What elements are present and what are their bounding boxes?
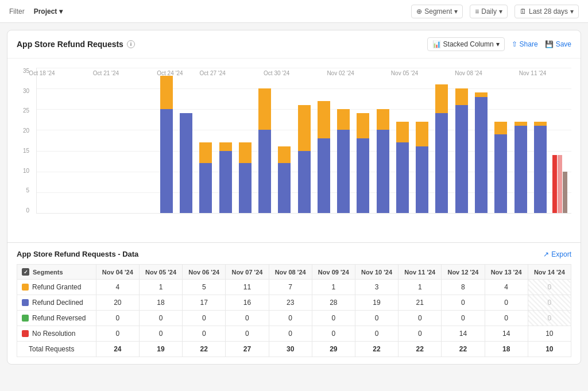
data-cell: 0 (355, 326, 398, 342)
export-button[interactable]: ↗ Export (543, 250, 571, 258)
segment-color-dot (22, 299, 29, 306)
daily-button[interactable]: ≡ Daily ▾ (470, 5, 508, 18)
data-cell: 11 (226, 280, 269, 295)
data-cell: 0 (528, 280, 571, 295)
data-cell: 29 (312, 342, 355, 357)
bar-segment-blue (475, 97, 488, 214)
bar-segment-blue (199, 163, 212, 213)
bar-segment-blue (377, 130, 389, 213)
x-axis-label: Oct 18 '24 (29, 70, 55, 76)
data-cell: 0 (183, 311, 226, 326)
table-row: Refund Declined2018171623281921000 (17, 295, 571, 311)
bar-segment-yellow (239, 142, 252, 163)
data-cell: 1 (399, 280, 442, 295)
data-table-container: SegmentsNov 04 '24Nov 05 '24Nov 06 '24No… (17, 264, 571, 357)
segment-button[interactable]: ⊕ Segment ▾ (411, 5, 463, 18)
bar-segment-yellow (219, 142, 232, 150)
share-label: Share (520, 40, 538, 48)
data-cell: 1 (312, 280, 355, 295)
calendar-icon: 🗓 (520, 7, 527, 16)
data-cell: 19 (355, 295, 398, 311)
daily-icon: ≡ (475, 7, 479, 16)
segments-checkbox[interactable] (22, 268, 29, 276)
column-header-date: Nov 09 '24 (312, 265, 355, 280)
x-axis-label: Nov 02 '24 (327, 70, 354, 76)
data-cell: 0 (485, 311, 528, 326)
chart-type-button[interactable]: 📊 Stacked Column ▾ (427, 37, 505, 51)
bar-segment-blue (416, 146, 428, 213)
bar-segment-yellow (357, 113, 369, 138)
top-bar-right: ⊕ Segment ▾ ≡ Daily ▾ 🗓 Last 28 days ▾ (411, 5, 579, 18)
bar-segment-yellow (514, 122, 527, 126)
share-icon: ⇧ (512, 40, 517, 48)
data-cell: 7 (269, 280, 312, 295)
y-label-25: 25 (23, 107, 29, 114)
bar-segment-yellow (278, 146, 291, 163)
x-axis-label: Oct 24 '24 (157, 70, 183, 76)
segments-header-label: Segments (33, 269, 63, 276)
data-cell: 4 (96, 280, 139, 295)
daily-label: Daily (481, 7, 497, 16)
data-cell: 0 (269, 326, 312, 342)
y-axis: 35 30 25 20 15 10 5 0 (7, 68, 33, 214)
data-cell: 24 (96, 342, 139, 357)
data-cell: 22 (355, 342, 398, 357)
bar-segment-blue (514, 126, 527, 213)
daterange-button[interactable]: 🗓 Last 28 days ▾ (514, 5, 579, 18)
data-cell: 0 (528, 295, 571, 311)
data-cell: 23 (269, 295, 312, 311)
main-container: App Store Refund Requests i 📊 Stacked Co… (0, 23, 588, 371)
bar-segment-brown (563, 172, 567, 213)
data-cell: 0 (96, 326, 139, 342)
data-cell: 14 (485, 326, 528, 342)
bar-segment-blue (258, 130, 271, 213)
y-label-20: 20 (23, 127, 29, 134)
table-row: Refund Reversed00000000000 (17, 311, 571, 326)
data-cell: 18 (485, 342, 528, 357)
chevron-down-icon: ▾ (59, 7, 63, 16)
data-cell: 22 (442, 342, 485, 357)
y-label-10: 10 (23, 168, 29, 174)
data-cell: 22 (183, 342, 226, 357)
data-cell: 0 (399, 311, 442, 326)
segment-color-dot (22, 284, 29, 291)
data-cell: 0 (442, 295, 485, 311)
data-cell: 0 (355, 311, 398, 326)
data-cell: 20 (96, 295, 139, 311)
data-header: App Store Refund Requests - Data ↗ Expor… (17, 250, 571, 258)
data-cell: 10 (528, 342, 571, 357)
daterange-label: Last 28 days (529, 7, 568, 16)
bar-segment-blue (298, 151, 311, 213)
save-label: Save (556, 40, 571, 48)
data-cell: 0 (269, 311, 312, 326)
share-button[interactable]: ⇧ Share (512, 40, 538, 48)
segment-cell: Refund Declined (17, 295, 96, 311)
segment-color-dot (22, 315, 29, 322)
segment-label: Segment (424, 7, 452, 16)
bar-segment-blue (357, 138, 369, 213)
data-cell: 30 (269, 342, 312, 357)
save-button[interactable]: 💾 Save (545, 40, 571, 48)
y-label-0: 0 (26, 207, 29, 214)
y-label-15: 15 (23, 148, 29, 154)
data-cell: 4 (485, 280, 528, 295)
column-header-date: Nov 08 '24 (269, 265, 312, 280)
data-cell: 0 (312, 311, 355, 326)
table-row: No Resolution00000000141410 (17, 326, 571, 342)
data-cell: 0 (139, 311, 182, 326)
segment-icon: ⊕ (416, 7, 422, 16)
column-header-date: Nov 05 '24 (139, 265, 182, 280)
stacked-column-icon: 📊 (432, 40, 441, 48)
project-filter-button[interactable]: Project ▾ (34, 7, 63, 16)
y-label-5: 5 (26, 187, 29, 193)
bar-segment-blue (337, 130, 350, 213)
y-label-30: 30 (23, 88, 29, 94)
column-header-date: Nov 06 '24 (183, 265, 226, 280)
x-axis: Oct 18 '24Oct 21 '24Oct 24 '24Oct 27 '24… (42, 68, 581, 95)
bar-segment-yellow (377, 109, 389, 130)
column-header-date: Nov 11 '24 (399, 265, 442, 280)
column-header-date: Nov 04 '24 (96, 265, 139, 280)
data-cell: 0 (139, 326, 182, 342)
info-icon[interactable]: i (127, 40, 135, 48)
bar-segment-blue (455, 105, 468, 213)
